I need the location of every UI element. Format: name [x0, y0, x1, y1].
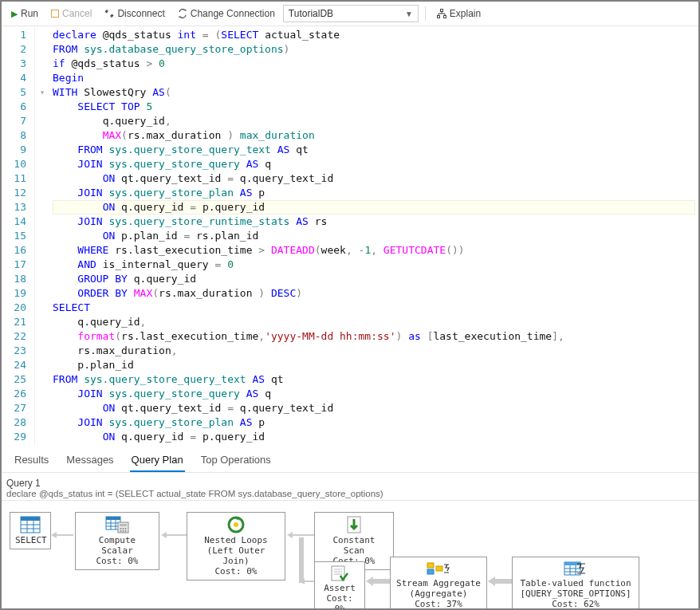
- plan-node-label: Compute Scalar: [81, 535, 154, 556]
- code-line[interactable]: if @qds_status > 0: [53, 57, 695, 71]
- change-connection-label: Change Connection: [191, 8, 275, 19]
- code-line[interactable]: SELECT TOP 5: [53, 100, 695, 114]
- plan-node-compute-scalar[interactable]: Compute Scalar Cost: 0%: [75, 512, 159, 570]
- database-select-value: TutorialDB: [289, 8, 333, 19]
- code-line[interactable]: Begin: [53, 71, 695, 85]
- code-line[interactable]: WHERE rs.last_execution_time > DATEADD(w…: [53, 243, 695, 258]
- svg-rect-1: [437, 16, 439, 18]
- code-line[interactable]: FROM sys.database_query_store_options): [53, 42, 695, 57]
- run-label: Run: [21, 8, 38, 19]
- svg-rect-10: [106, 517, 120, 520]
- fold-column: ▾: [35, 26, 49, 446]
- code-line[interactable]: MAX(rs.max_duration ) max_duration: [53, 128, 695, 143]
- plan-subtitle: declare @qds_status int = (SELECT actual…: [6, 489, 694, 498]
- svg-rect-30: [427, 563, 434, 568]
- code-line[interactable]: JOIN sys.query_store_runtime_stats AS rs: [53, 214, 695, 229]
- plan-node-sub: [QUERY_STORE_OPTIONS]: [517, 588, 634, 599]
- disconnect-label: Disconnect: [117, 8, 164, 19]
- compute-scalar-icon: [81, 516, 154, 533]
- code-line[interactable]: ON qt.query_text_id = q.query_text_id: [53, 171, 695, 186]
- plan-node-label: Assert: [320, 583, 360, 593]
- plan-node-stream-aggregate[interactable]: Stream Aggregate (Aggregate) Cost: 37%: [390, 557, 487, 608]
- svg-point-21: [123, 530, 124, 532]
- code-line[interactable]: WITH SlowestQry AS(: [53, 85, 695, 100]
- code-line[interactable]: ON q.query_id = p.query_id: [53, 430, 695, 444]
- change-connection-button[interactable]: Change Connection: [173, 6, 280, 21]
- code-line[interactable]: FROM sys.query_store_query_text AS qt: [53, 143, 695, 157]
- plan-node-label: Stream Aggregate: [395, 578, 482, 588]
- tab-top-operations[interactable]: Top Operations: [199, 451, 273, 472]
- stop-icon: [51, 10, 59, 18]
- plan-node-cost: Cost: 62%: [517, 599, 634, 608]
- toolbar: ▶ Run Cancel Disconnect Change Connectio…: [2, 2, 698, 26]
- run-button[interactable]: ▶ Run: [6, 6, 43, 21]
- plan-node-cost: Cost: 0%: [320, 593, 360, 608]
- code-line[interactable]: declare @qds_status int = (SELECT actual…: [53, 28, 695, 42]
- code-line[interactable]: q.query_id,: [53, 315, 695, 329]
- plan-node-nested-loops[interactable]: Nested Loops (Left Outer Join) Cost: 0%: [187, 512, 285, 580]
- plan-node-assert[interactable]: Assert Cost: 0%: [314, 561, 365, 608]
- result-tabs: Results Messages Query Plan Top Operatio…: [2, 446, 698, 473]
- plan-node-sub: (Left Outer Join): [192, 545, 280, 566]
- code-line[interactable]: FROM sys.query_store_query_text AS qt: [53, 372, 695, 387]
- svg-point-19: [125, 528, 127, 529]
- code-line[interactable]: ON q.query_id = p.query_id: [53, 200, 695, 214]
- plan-arrow: [488, 580, 512, 582]
- plan-node-select[interactable]: SELECT: [10, 512, 51, 549]
- fold-toggle[interactable]: ▾: [35, 85, 49, 100]
- code-line[interactable]: ON qt.query_text_id = q.query_text_id: [53, 401, 695, 415]
- disconnect-icon: [104, 9, 114, 18]
- plan-node-label: SELECT: [15, 535, 45, 545]
- plan-arrow: [161, 534, 187, 536]
- disconnect-button[interactable]: Disconnect: [100, 6, 169, 21]
- constant-scan-icon: [320, 516, 388, 533]
- plan-node-cost: Cost: 37%: [395, 599, 482, 608]
- plan-arrow: [366, 580, 390, 582]
- explain-icon: [437, 9, 446, 18]
- code-line[interactable]: format(rs.last_execution_time,'yyyy-MM-d…: [53, 329, 695, 344]
- plan-node-cost: Cost: 0%: [192, 566, 280, 577]
- code-line[interactable]: ORDER BY MAX(rs.max_duration ) DESC): [53, 286, 695, 301]
- code-line[interactable]: JOIN sys.query_store_query AS q: [53, 157, 695, 171]
- cancel-label: Cancel: [62, 8, 92, 19]
- svg-rect-4: [21, 517, 40, 521]
- code-line[interactable]: JOIN sys.query_store_plan AS p: [53, 186, 695, 200]
- database-select[interactable]: TutorialDB ▼: [283, 5, 419, 22]
- code-line[interactable]: AND is_internal_query = 0: [53, 258, 695, 272]
- plan-arrow: [299, 580, 314, 582]
- code-area[interactable]: declare @qds_status int = (SELECT actual…: [49, 26, 698, 446]
- svg-point-20: [120, 530, 122, 532]
- plan-node-tvf[interactable]: Table-valued function [QUERY_STORE_OPTIO…: [512, 557, 639, 608]
- play-icon: ▶: [11, 9, 18, 19]
- plan-arrow: [51, 534, 73, 536]
- code-line[interactable]: ON p.plan_id = rs.plan_id: [53, 229, 695, 243]
- code-line[interactable]: q.query_id,: [53, 114, 695, 128]
- code-line[interactable]: SELECT: [53, 301, 695, 315]
- code-line[interactable]: JOIN sys.query_store_plan AS p: [53, 415, 695, 430]
- plan-node-label: Table-valued function: [517, 578, 634, 588]
- assert-icon: [320, 565, 360, 581]
- svg-point-22: [125, 530, 127, 532]
- tab-messages[interactable]: Messages: [65, 451, 115, 472]
- code-line[interactable]: p.plan_id: [53, 358, 695, 372]
- svg-rect-2: [443, 16, 446, 18]
- explain-label: Explain: [450, 8, 481, 19]
- toolbar-separator: [425, 6, 426, 21]
- code-editor[interactable]: 1234567891011121314151617181920212223242…: [2, 26, 698, 446]
- change-connection-icon: [178, 9, 187, 18]
- cancel-button: Cancel: [46, 6, 96, 21]
- stream-aggregate-icon: [395, 561, 482, 577]
- plan-arrow: [299, 537, 304, 583]
- query-plan-canvas[interactable]: SELECT Compute Scalar Cost: 0% Nested Lo…: [2, 501, 698, 608]
- plan-title: Query 1: [6, 478, 694, 489]
- select-icon: [15, 516, 45, 533]
- tab-query-plan[interactable]: Query Plan: [130, 451, 185, 472]
- svg-point-24: [234, 522, 238, 527]
- code-line[interactable]: rs.max_duration,: [53, 344, 695, 358]
- explain-button[interactable]: Explain: [432, 6, 486, 21]
- code-line[interactable]: GROUP BY q.query_id: [53, 272, 695, 286]
- plan-node-cost: Cost: 0%: [81, 556, 154, 566]
- tab-results[interactable]: Results: [13, 451, 50, 472]
- svg-point-18: [123, 528, 124, 529]
- code-line[interactable]: JOIN sys.query_store_query AS q: [53, 387, 695, 401]
